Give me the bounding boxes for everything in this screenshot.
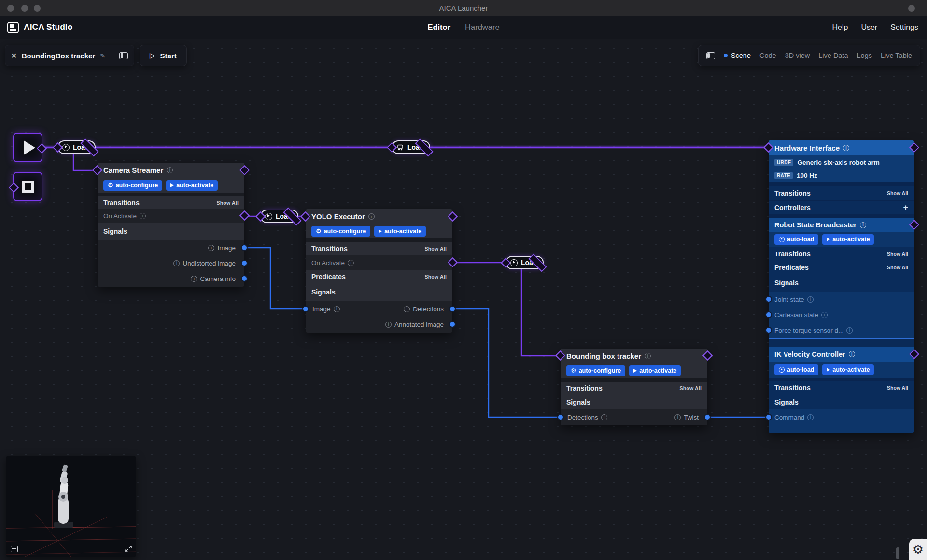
show-all-button[interactable]: Show All [216, 200, 239, 206]
expand-viewport-icon[interactable] [125, 545, 132, 553]
minimize-viewport-icon[interactable] [11, 546, 18, 552]
signal-port-cartesian-state[interactable] [765, 311, 772, 318]
show-all-button[interactable]: Show All [679, 385, 702, 391]
tab-logs[interactable]: Logs [857, 52, 872, 59]
signal-row: Annotated image [306, 317, 452, 332]
nav-help[interactable]: Help [832, 23, 848, 32]
nav-hardware[interactable]: Hardware [465, 23, 500, 32]
info-icon[interactable] [846, 327, 853, 334]
signal-port-joint-state[interactable] [765, 296, 772, 303]
info-icon[interactable] [348, 260, 354, 266]
info-icon[interactable] [140, 213, 146, 219]
info-icon[interactable] [821, 312, 828, 318]
scrollbar-thumb[interactable] [896, 547, 899, 559]
add-controller-icon[interactable] [903, 203, 908, 212]
window-control-dot[interactable] [908, 5, 915, 12]
info-icon[interactable] [807, 414, 814, 420]
node-camera-streamer[interactable]: Camera Streamer auto-configure auto-acti… [98, 163, 244, 287]
node-bounding-box-tracker[interactable]: Bounding box tracker auto-configure auto… [561, 349, 707, 425]
signal-port-undistorted[interactable] [241, 260, 248, 266]
circle-play-icon [779, 367, 785, 373]
info-icon[interactable] [368, 213, 375, 220]
node-yolo-executor[interactable]: YOLO Executor auto-configure auto-activa… [306, 209, 452, 333]
play-source-node[interactable] [13, 133, 42, 162]
info-icon[interactable] [843, 145, 849, 151]
window-title: AICA Launcher [0, 0, 927, 16]
info-icon[interactable] [208, 245, 214, 251]
nav-user[interactable]: User [861, 23, 877, 32]
auto-load-button[interactable]: auto-load [774, 234, 818, 245]
load-pill-1[interactable]: Load [57, 140, 96, 154]
pipeline-title: BoundingBox tracker [22, 52, 96, 60]
auto-activate-button[interactable]: auto-activate [822, 234, 874, 245]
node-title: Bounding box tracker [566, 352, 641, 360]
show-all-button[interactable]: Show All [424, 246, 447, 252]
tab-live-table[interactable]: Live Table [881, 52, 912, 59]
signal-row: Image Detections [306, 301, 452, 317]
tab-scene[interactable]: Scene [724, 52, 751, 59]
app-header: AICA Studio Editor Hardware Help User Se… [0, 16, 927, 39]
settings-gear-button[interactable] [909, 539, 927, 560]
tab-live-data[interactable]: Live Data [818, 52, 848, 59]
info-icon[interactable] [601, 414, 607, 420]
show-all-button[interactable]: Show All [424, 274, 447, 280]
info-icon[interactable] [404, 306, 410, 312]
show-all-button[interactable]: Show All [887, 251, 908, 257]
auto-activate-button[interactable]: auto-activate [822, 364, 874, 375]
load-pill-hardware[interactable]: Load [392, 140, 430, 154]
info-icon[interactable] [167, 167, 173, 173]
load-pill-2[interactable]: Load [260, 210, 298, 223]
load-pill-3[interactable]: Load [506, 256, 544, 269]
robot-3d-preview [6, 456, 136, 557]
play-icon [150, 51, 155, 60]
auto-configure-button[interactable]: auto-configure [103, 180, 162, 191]
show-all-button[interactable]: Show All [887, 190, 908, 196]
info-icon[interactable] [674, 414, 681, 420]
node-title: YOLO Executor [311, 212, 365, 221]
node-title: Camera Streamer [103, 166, 163, 174]
signal-port-camera-info[interactable] [241, 275, 248, 282]
3d-viewport-preview[interactable] [6, 456, 136, 557]
signal-port-detections-in[interactable] [557, 414, 564, 420]
auto-activate-button[interactable]: auto-activate [374, 226, 426, 237]
aica-logo-icon [7, 22, 19, 33]
panel-toggle-icon[interactable] [119, 52, 128, 59]
broadcaster-title: Robot State Broadcaster [774, 221, 857, 229]
show-all-button[interactable]: Show All [887, 385, 908, 391]
signal-port-command[interactable] [765, 414, 772, 420]
hardware-panel[interactable]: Hardware Interface URDFGeneric six-axis … [769, 140, 914, 433]
section-signals: Signals [103, 227, 127, 235]
auto-activate-button[interactable]: auto-activate [166, 180, 218, 191]
app-brand[interactable]: AICA Studio [7, 22, 72, 33]
tab-code[interactable]: Code [759, 52, 776, 59]
edit-icon[interactable] [100, 52, 105, 59]
info-icon[interactable] [860, 222, 866, 228]
close-icon[interactable] [11, 51, 17, 61]
signal-port-image-in[interactable] [302, 306, 309, 312]
show-all-button[interactable]: Show All [887, 265, 908, 270]
tab-3d-view[interactable]: 3D view [785, 52, 810, 59]
play-icon [24, 140, 35, 155]
auto-configure-button[interactable]: auto-configure [566, 365, 625, 376]
signal-port-detections[interactable] [449, 306, 456, 312]
auto-activate-button[interactable]: auto-activate [629, 365, 681, 376]
panel-toggle-icon[interactable] [706, 52, 715, 59]
info-icon[interactable] [191, 276, 197, 282]
auto-configure-button[interactable]: auto-configure [311, 226, 370, 237]
info-icon[interactable] [807, 296, 814, 303]
window-titlebar: AICA Launcher [0, 0, 927, 16]
info-icon[interactable] [645, 353, 651, 359]
info-icon[interactable] [173, 260, 180, 266]
info-icon[interactable] [334, 306, 340, 312]
start-button[interactable]: Start [140, 45, 187, 66]
info-icon[interactable] [849, 351, 855, 357]
nav-editor[interactable]: Editor [427, 23, 450, 32]
nav-settings[interactable]: Settings [890, 23, 918, 32]
signal-port-annotated[interactable] [449, 321, 456, 328]
signal-port-twist[interactable] [704, 414, 711, 420]
info-icon[interactable] [385, 322, 392, 328]
stop-source-node[interactable] [13, 172, 42, 201]
signal-port-image[interactable] [241, 244, 248, 251]
signal-port-force-torque[interactable] [765, 327, 772, 334]
auto-load-button[interactable]: auto-load [774, 364, 818, 375]
